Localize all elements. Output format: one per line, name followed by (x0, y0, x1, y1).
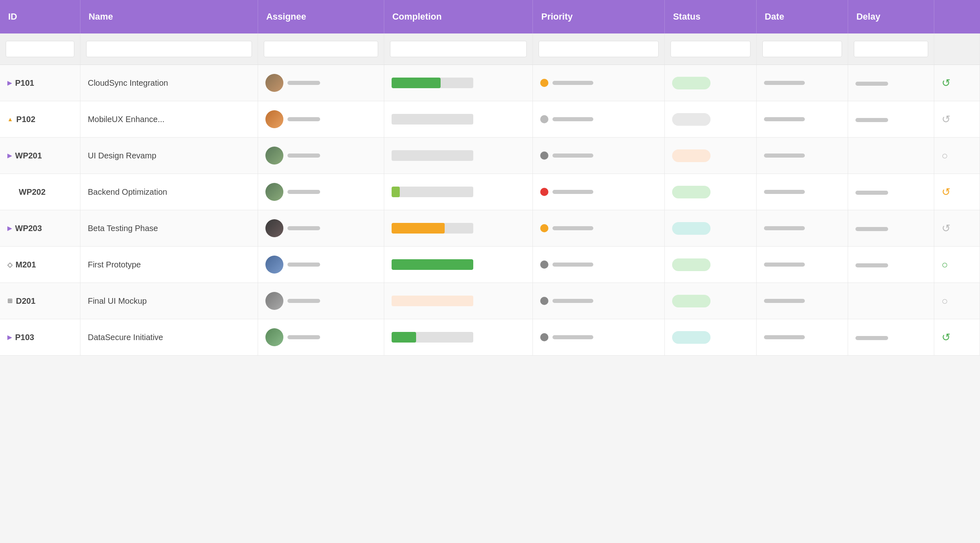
priority-dot (540, 224, 548, 232)
cell-name: CloudSync Integration (80, 65, 258, 101)
cell-assignee (258, 247, 384, 283)
filter-id[interactable] (6, 41, 74, 57)
col-header-name[interactable]: Name (80, 0, 258, 33)
completion-bar-track (392, 187, 473, 197)
cell-id: ⊞ D201 (0, 283, 80, 319)
cell-action[interactable]: ○ (934, 283, 980, 319)
status-badge (672, 113, 710, 126)
action-icon[interactable]: ○ (942, 295, 948, 307)
assignee-name-bar (287, 81, 320, 85)
table-row: ◇ M201 First Prototype ○ (0, 247, 980, 283)
avatar (265, 219, 283, 237)
expand-icon[interactable]: ⊞ (7, 297, 13, 305)
cell-status (665, 247, 757, 283)
assignee-name-bar (287, 154, 320, 158)
assignee-container (265, 110, 376, 128)
col-header-completion[interactable]: Completion (384, 0, 533, 33)
date-bar (764, 190, 805, 194)
priority-dot (540, 260, 548, 269)
cell-status (665, 210, 757, 247)
action-icon[interactable]: ○ (942, 149, 948, 162)
cell-status (665, 138, 757, 174)
avatar (265, 147, 283, 165)
action-icon[interactable]: ○ (942, 258, 948, 271)
cell-action[interactable]: ○ (934, 138, 980, 174)
filter-assignee[interactable] (264, 41, 378, 57)
priority-container (540, 260, 657, 269)
cell-action[interactable]: ↺ (934, 65, 980, 101)
cell-name: Beta Testing Phase (80, 210, 258, 247)
cell-assignee (258, 138, 384, 174)
cell-action[interactable]: ↺ (934, 319, 980, 356)
expand-icon[interactable]: ◇ (7, 261, 12, 269)
cell-id: WP202 (0, 174, 80, 210)
cell-assignee (258, 210, 384, 247)
priority-label-bar (552, 335, 593, 339)
expand-icon[interactable]: ▶ (7, 225, 12, 231)
status-badge (672, 186, 710, 198)
id-value: WP203 (15, 224, 42, 233)
expand-icon[interactable]: ▶ (7, 152, 12, 159)
date-bar (764, 226, 805, 230)
id-value: M201 (16, 260, 36, 269)
cell-delay (848, 138, 934, 174)
col-header-priority[interactable]: Priority (533, 0, 665, 33)
cell-action[interactable]: ↺ (934, 174, 980, 210)
action-icon[interactable]: ↺ (942, 113, 951, 125)
table-row: ▶ WP203 Beta Testing Phase ↺ (0, 210, 980, 247)
priority-dot (540, 79, 548, 87)
priority-container (540, 151, 657, 160)
assignee-name-bar (287, 190, 320, 194)
filter-completion[interactable] (390, 41, 527, 57)
cell-date (756, 283, 848, 319)
priority-dot (540, 333, 548, 341)
action-icon[interactable]: ↺ (942, 77, 951, 89)
cell-action[interactable]: ↺ (934, 101, 980, 138)
cell-status (665, 101, 757, 138)
filter-delay[interactable] (854, 41, 928, 57)
assignee-container (265, 219, 376, 237)
completion-bar-fill (392, 187, 400, 197)
id-value: D201 (16, 296, 36, 306)
filter-name[interactable] (86, 41, 252, 57)
avatar (265, 292, 283, 310)
col-header-status[interactable]: Status (665, 0, 757, 33)
completion-bar-track (392, 223, 473, 234)
completion-bar-track (392, 332, 473, 343)
cell-action[interactable]: ○ (934, 247, 980, 283)
cell-delay (848, 65, 934, 101)
row-id-container: ▲ P102 (7, 115, 73, 124)
completion-bar-track (392, 150, 473, 161)
row-id-container: ◇ M201 (7, 260, 73, 269)
action-icon[interactable]: ↺ (942, 222, 951, 234)
filter-status[interactable] (670, 41, 751, 57)
assignee-name-bar (287, 263, 320, 267)
action-icon[interactable]: ↺ (942, 331, 951, 343)
assignee-container (265, 256, 376, 274)
status-badge (672, 295, 710, 307)
col-header-delay[interactable]: Delay (848, 0, 934, 33)
cell-action[interactable]: ↺ (934, 210, 980, 247)
completion-bar-track (392, 259, 473, 270)
date-bar (764, 263, 805, 267)
col-header-id[interactable]: ID (0, 0, 80, 33)
status-badge (672, 149, 710, 162)
assignee-container (265, 147, 376, 165)
col-header-assignee[interactable]: Assignee (258, 0, 384, 33)
filter-priority[interactable] (539, 41, 659, 57)
expand-icon[interactable]: ▶ (7, 80, 12, 86)
filter-date[interactable] (762, 41, 842, 57)
cell-delay (848, 210, 934, 247)
action-icon[interactable]: ↺ (942, 186, 951, 198)
priority-label-bar (552, 190, 593, 194)
avatar (265, 256, 283, 274)
date-bar (764, 117, 805, 121)
expand-icon[interactable]: ▲ (7, 116, 13, 122)
col-header-date[interactable]: Date (756, 0, 848, 33)
status-badge (672, 258, 710, 271)
expand-icon[interactable]: ▶ (7, 334, 12, 340)
priority-label-bar (552, 154, 593, 158)
cell-delay (848, 174, 934, 210)
avatar (265, 74, 283, 92)
cell-completion (384, 65, 533, 101)
